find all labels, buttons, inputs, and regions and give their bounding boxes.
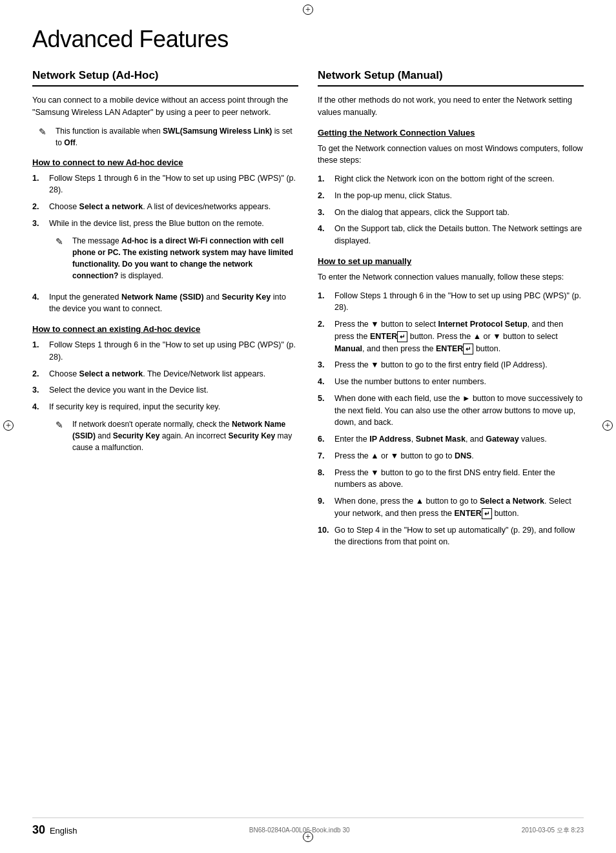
page-title: Advanced Features (32, 26, 584, 53)
right-subsection1-intro: To get the Network connection values on … (318, 143, 584, 167)
note-security-text: If network doesn't operate normally, che… (72, 418, 298, 453)
right-step-1-4: 4. On the Support tab, click the Details… (318, 223, 584, 247)
reg-mark-right (602, 420, 613, 433)
reg-mark-top (302, 3, 314, 16)
right-step-2-9: 9. When done, press the ▲ button to go t… (318, 495, 584, 520)
right-step-1-2: 2. In the pop-up menu, click Status. (318, 190, 584, 202)
right-step-2-4: 4. Use the number buttons to enter numbe… (318, 376, 584, 388)
right-step-2-3: 3. Press the ▼ button to go to the first… (318, 359, 584, 371)
right-step-2-10: 10. Go to Step 4 in the "How to set up a… (318, 524, 584, 549)
page-number-block: 30 English (32, 823, 77, 837)
right-step-2-1: 1. Follow Steps 1 through 6 in the "How … (318, 290, 584, 314)
page-footer: 30 English BN68-02840A-00L06-Book.indb 3… (32, 817, 584, 837)
right-steps-2: 1. Follow Steps 1 through 6 in the "How … (318, 290, 584, 549)
left-step-1-1: 1. Follow Steps 1 through 6 in the "How … (32, 172, 298, 197)
right-step-2-6: 6. Enter the IP Address, Subnet Mask, an… (318, 433, 584, 446)
left-intro-text: You can connect to a mobile device witho… (32, 94, 298, 119)
left-step-2-4: 4. If security key is required, input th… (32, 401, 298, 458)
left-step-1-3: 3. While in the device list, press the B… (32, 218, 298, 287)
left-steps-2: 1. Follow Steps 1 through 6 in the "How … (32, 339, 298, 458)
note-swl-text: This function is available when SWL(Sams… (56, 125, 298, 149)
content-columns: Network Setup (Ad-Hoc) You can connect t… (32, 69, 584, 555)
right-subsection2-heading: How to set up manually (318, 256, 584, 266)
footer-filename: BN68-02840A-00L06-Book.indb 30 (249, 827, 350, 834)
left-column: Network Setup (Ad-Hoc) You can connect t… (32, 69, 298, 555)
page-language: English (47, 826, 77, 836)
left-step-2-2: 2. Choose Select a network. The Device/N… (32, 368, 298, 380)
note-adhoc: ✎ The message Ad-hoc is a direct Wi-Fi c… (56, 235, 298, 282)
note-security: ✎ If network doesn't operate normally, c… (56, 418, 298, 453)
note-adhoc-text: The message Ad-hoc is a direct Wi-Fi con… (72, 235, 298, 282)
footer-date: 2010-03-05 오후 8:23 (522, 826, 584, 835)
right-steps-1: 1. Right click the Network icon on the b… (318, 173, 584, 247)
right-step-2-8: 8. Press the ▼ button to go to the first… (318, 467, 584, 491)
right-column: Network Setup (Manual) If the other meth… (318, 69, 584, 555)
right-subsection1-heading: Getting the Network Connection Values (318, 128, 584, 138)
right-step-2-7: 7. Press the ▲ or ▼ button to go to DNS. (318, 450, 584, 462)
left-step-2-3: 3. Select the device you want in the Dev… (32, 384, 298, 396)
subsection1-heading: How to connect to new Ad-hoc device (32, 158, 298, 167)
left-steps-1: 1. Follow Steps 1 through 6 in the "How … (32, 172, 298, 316)
right-step-1-1: 1. Right click the Network icon on the b… (318, 173, 584, 185)
subsection2-heading: How to connect an existing Ad-hoc device (32, 324, 298, 334)
left-step-1-4: 4. Input the generated Network Name (SSI… (32, 291, 298, 316)
reg-mark-left (3, 420, 14, 433)
left-step-1-2: 2. Choose Select a network. A list of de… (32, 201, 298, 213)
page-number: 30 (32, 823, 45, 836)
left-step-2-1: 1. Follow Steps 1 through 6 in the "How … (32, 339, 298, 364)
right-intro-text: If the other methods do not work, you ne… (318, 94, 584, 119)
page-container: Advanced Features Network Setup (Ad-Hoc)… (0, 0, 616, 853)
left-section-heading: Network Setup (Ad-Hoc) (32, 69, 298, 87)
note-icon-swl: ✎ (39, 125, 52, 149)
note-icon-security: ✎ (56, 418, 68, 453)
right-subsection2-intro: To enter the Network connection values m… (318, 271, 584, 283)
right-section-heading: Network Setup (Manual) (318, 69, 584, 87)
note-swl: ✎ This function is available when SWL(Sa… (39, 125, 298, 149)
note-icon-adhoc: ✎ (56, 235, 68, 282)
right-step-2-2: 2. Press the ▼ button to select Internet… (318, 318, 584, 355)
right-step-1-3: 3. On the dialog that appears, click the… (318, 207, 584, 219)
right-step-2-5: 5. When done with each field, use the ► … (318, 393, 584, 429)
